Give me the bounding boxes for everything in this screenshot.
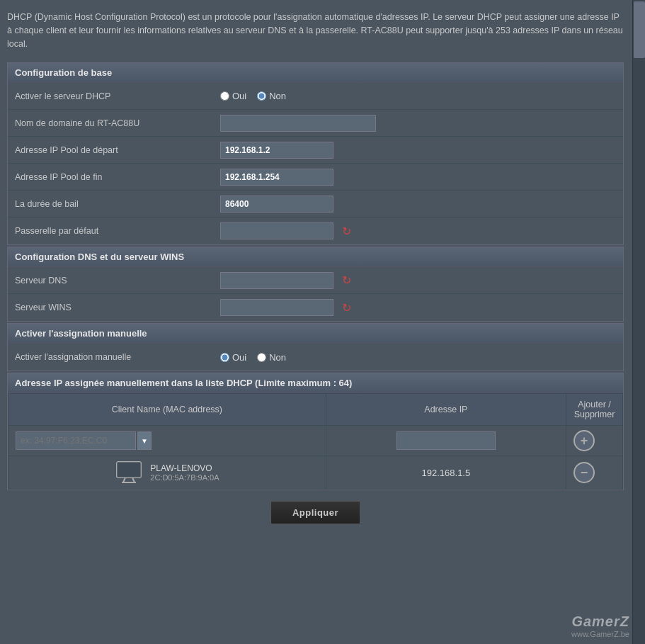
dhcp-non-radio[interactable] (257, 91, 266, 101)
table-row: PLAW-LENOVO 2C:D0:5A:7B:9A:0A 192.168.1.… (8, 456, 623, 490)
apply-button[interactable]: Appliquer (270, 501, 360, 524)
ip-table-header: Adresse IP assignée manuellement dans la… (8, 373, 623, 393)
table-header-row: Client Name (MAC address) Adresse IP Ajo… (8, 394, 623, 426)
ip-assignment-table: Client Name (MAC address) Adresse IP Ajo… (8, 393, 623, 490)
watermark-url: www.GamerZ.be (571, 630, 629, 638)
ip-pool-end-row: Adresse IP Pool de fin (8, 164, 623, 191)
device-name: PLAW-LENOVO (150, 463, 212, 473)
mac-address-input[interactable] (16, 431, 136, 450)
dhcp-oui-label[interactable]: Oui (220, 91, 246, 101)
lease-duration-control (213, 191, 623, 217)
add-ip-cell (326, 426, 566, 456)
add-btn-cell: + (566, 426, 623, 456)
dns-wins-header: Configuration DNS et du serveur WINS (8, 247, 623, 267)
col-client-name: Client Name (MAC address) (8, 394, 326, 426)
wins-refresh-icon[interactable]: ↻ (339, 300, 353, 315)
dhcp-oui-radio[interactable] (220, 91, 229, 101)
wins-server-label: Serveur WINS (8, 298, 213, 317)
manual-oui-label[interactable]: Oui (220, 352, 246, 363)
wins-server-input[interactable] (220, 299, 333, 316)
add-entry-row: ▼ + (8, 426, 623, 456)
manual-oui-radio[interactable] (220, 353, 229, 362)
gateway-refresh-icon[interactable]: ↻ (339, 224, 353, 238)
dhcp-enable-row: Activer le serveur DHCP Oui Non (8, 83, 623, 110)
dhcp-enable-label: Activer le serveur DHCP (8, 87, 213, 106)
lease-duration-input[interactable] (220, 196, 333, 213)
domain-name-row: Nom de domaine du RT-AC88U (8, 110, 623, 137)
gateway-control: ↻ (213, 218, 623, 244)
remove-btn-cell: − (566, 456, 623, 490)
manual-non-label[interactable]: Non (257, 352, 286, 363)
dhcp-enable-control: Oui Non (213, 86, 623, 106)
page-description: DHCP (Dynamic Host Configuration Protoco… (7, 7, 624, 54)
svg-line-2 (123, 478, 125, 482)
dns-server-label: Serveur DNS (8, 271, 213, 290)
add-mac-cell: ▼ (8, 426, 326, 456)
manual-non-radio[interactable] (257, 353, 266, 362)
ip-pool-start-input[interactable] (220, 142, 333, 159)
dns-server-input[interactable] (220, 272, 333, 289)
gateway-input[interactable] (220, 222, 333, 239)
basic-config-header: Configuration de base (8, 63, 623, 83)
remove-entry-button[interactable]: − (573, 462, 595, 483)
ip-table-section: Adresse IP assignée manuellement dans la… (7, 373, 624, 490)
dns-refresh-icon[interactable]: ↻ (339, 273, 353, 288)
device-icon (115, 461, 143, 485)
dns-wins-section: Configuration DNS et du serveur WINS Ser… (7, 247, 624, 322)
manual-assign-header: Activer l'assignation manuelle (8, 324, 623, 344)
manual-assign-control: Oui Non (213, 348, 623, 367)
wins-server-control: ↻ (213, 295, 623, 320)
ip-pool-end-label: Adresse IP Pool de fin (8, 168, 213, 186)
dns-server-row: Serveur DNS ↻ (8, 267, 623, 294)
ip-pool-start-row: Adresse IP Pool de départ (8, 137, 623, 164)
dhcp-non-label[interactable]: Non (257, 91, 286, 101)
manual-assign-label: Activer l'assignation manuelle (8, 348, 213, 366)
svg-line-3 (132, 478, 135, 482)
basic-config-section: Configuration de base Activer le serveur… (7, 62, 624, 245)
ip-pool-end-input[interactable] (220, 169, 333, 186)
lease-duration-row: La durée de bail (8, 191, 623, 218)
gateway-label: Passerelle par défaut (8, 222, 213, 240)
new-ip-input[interactable] (396, 431, 496, 450)
dhcp-oui-text: Oui (232, 91, 246, 101)
add-entry-button[interactable]: + (573, 430, 595, 451)
lease-duration-label: La durée de bail (8, 195, 213, 213)
manual-assign-row: Activer l'assignation manuelle Oui Non (8, 344, 623, 371)
gateway-row: Passerelle par défaut ↻ (8, 218, 623, 244)
domain-name-input[interactable] (220, 115, 376, 132)
device-mac: 2C:D0:5A:7B:9A:0A (150, 473, 219, 482)
device-ip-cell: 192.168.1.5 (326, 456, 566, 490)
manual-assign-section: Activer l'assignation manuelle Activer l… (7, 323, 624, 371)
domain-name-label: Nom de domaine du RT-AC88U (8, 114, 213, 132)
col-ip-address: Adresse IP (326, 394, 566, 426)
device-ip: 192.168.1.5 (422, 468, 471, 478)
manual-non-text: Non (269, 352, 286, 363)
mac-dropdown-btn[interactable]: ▼ (137, 431, 152, 450)
ip-pool-start-label: Adresse IP Pool de départ (8, 141, 213, 159)
ip-pool-end-control (213, 164, 623, 190)
wins-server-row: Serveur WINS ↻ (8, 294, 623, 321)
manual-oui-text: Oui (232, 352, 246, 363)
watermark-brand: GamerZ (571, 614, 629, 630)
watermark: GamerZ www.GamerZ.be (571, 614, 629, 638)
device-cell: PLAW-LENOVO 2C:D0:5A:7B:9A:0A (8, 456, 326, 490)
col-add-remove: Ajouter / Supprimer (566, 394, 623, 426)
svg-rect-1 (117, 462, 141, 478)
domain-name-control (213, 111, 623, 136)
dns-server-control: ↻ (213, 268, 623, 293)
dhcp-non-text: Non (269, 91, 286, 101)
ip-pool-start-control (213, 137, 623, 163)
